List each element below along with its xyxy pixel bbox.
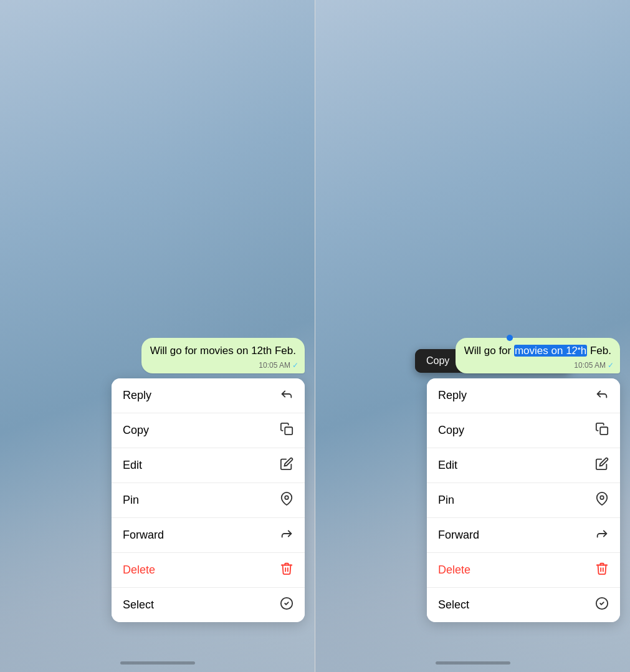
right-forward-label: Forward <box>438 529 479 542</box>
left-menu-reply[interactable]: Reply <box>112 378 305 413</box>
left-reply-icon <box>280 387 294 404</box>
right-copy-icon <box>595 422 609 439</box>
right-message-bubble: Will go for movies on 12th Feb. 10:05 AM… <box>456 338 620 373</box>
right-delete-label: Delete <box>438 564 470 577</box>
right-checkmark: ✓ <box>608 361 614 370</box>
right-message-time: 10:05 AM ✓ <box>574 361 614 370</box>
left-phone-panel: Will go for movies on 12th Feb. 10:05 AM… <box>0 0 315 672</box>
svg-point-1 <box>285 496 289 499</box>
svg-point-4 <box>600 496 604 499</box>
left-menu-delete[interactable]: Delete <box>112 553 305 588</box>
right-delete-icon <box>595 562 609 578</box>
right-reply-label: Reply <box>438 389 467 402</box>
left-forward-label: Forward <box>123 529 164 542</box>
left-message-area: Will go for movies on 12th Feb. 10:05 AM… <box>0 338 315 622</box>
right-home-indicator <box>436 661 510 665</box>
left-menu-pin[interactable]: Pin <box>112 483 305 518</box>
left-context-menu: Reply Copy Edit Pin <box>112 378 305 622</box>
right-message-area: Will go for movies on 12th Feb. 10:05 AM… <box>315 338 630 622</box>
right-edit-icon <box>595 457 609 474</box>
right-menu-pin[interactable]: Pin <box>427 483 620 518</box>
right-message-text: Will go for movies on 12th Feb. <box>464 345 611 357</box>
left-pin-icon <box>280 492 294 509</box>
left-message-text: Will go for movies on 12th Feb. <box>150 345 296 357</box>
right-pin-icon <box>595 492 609 509</box>
left-reply-label: Reply <box>123 389 151 402</box>
left-menu-edit[interactable]: Edit <box>112 448 305 483</box>
left-edit-label: Edit <box>123 459 142 472</box>
left-select-label: Select <box>123 598 154 612</box>
right-text-before: Will go for <box>464 345 514 357</box>
right-context-menu: Reply Copy Edit Pin <box>427 378 620 622</box>
left-home-indicator <box>120 661 195 665</box>
selection-handle-right <box>575 350 581 356</box>
right-reply-icon <box>595 387 609 404</box>
right-select-icon <box>595 597 609 613</box>
left-checkmark: ✓ <box>292 361 298 370</box>
right-menu-forward[interactable]: Forward <box>427 518 620 553</box>
left-copy-icon <box>280 422 294 439</box>
svg-rect-3 <box>600 427 608 434</box>
left-delete-icon <box>280 562 294 578</box>
right-menu-delete[interactable]: Delete <box>427 553 620 588</box>
selection-handle-left <box>507 335 513 341</box>
left-message-bubble: Will go for movies on 12th Feb. 10:05 AM… <box>141 338 305 373</box>
right-pin-label: Pin <box>438 494 454 507</box>
svg-rect-0 <box>285 427 292 434</box>
right-copy-label: Copy <box>438 424 464 437</box>
left-menu-copy[interactable]: Copy <box>112 413 305 448</box>
left-menu-select[interactable]: Select <box>112 588 305 622</box>
right-menu-reply[interactable]: Reply <box>427 378 620 413</box>
right-forward-icon <box>595 527 609 544</box>
right-select-label: Select <box>438 598 469 612</box>
right-phone-panel: Copy Look Up Share Will go for movies on… <box>315 0 630 672</box>
right-edit-label: Edit <box>438 459 457 472</box>
left-copy-label: Copy <box>123 424 149 437</box>
right-menu-select[interactable]: Select <box>427 588 620 622</box>
left-delete-label: Delete <box>123 564 155 577</box>
right-time-text: 10:05 AM <box>574 361 606 370</box>
left-select-icon <box>280 597 294 613</box>
left-forward-icon <box>280 527 294 544</box>
right-text-after: Feb. <box>587 345 611 357</box>
left-message-time: 10:05 AM ✓ <box>259 361 298 370</box>
left-pin-label: Pin <box>123 494 139 507</box>
right-menu-copy[interactable]: Copy <box>427 413 620 448</box>
left-menu-forward[interactable]: Forward <box>112 518 305 553</box>
right-menu-edit[interactable]: Edit <box>427 448 620 483</box>
left-edit-icon <box>280 457 294 474</box>
